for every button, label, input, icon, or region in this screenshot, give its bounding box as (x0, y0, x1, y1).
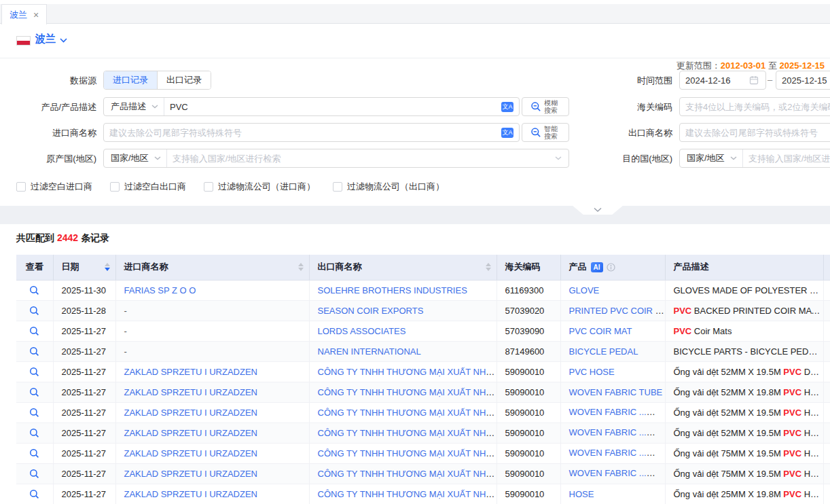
exporter-link[interactable]: NAREN INTERNATIONAL (318, 346, 421, 357)
checkbox-icon[interactable] (333, 182, 342, 192)
chevron-down-icon (594, 207, 602, 213)
importer-input[interactable] (104, 124, 496, 141)
hs-code-cell: 61169300 (497, 280, 560, 300)
exporter-link[interactable]: CÔNG TY TNHH THƯƠNG MẠI XUẤT NHẬP... (318, 489, 497, 499)
country-name[interactable]: 波兰 (35, 33, 56, 46)
view-record-button[interactable] (29, 285, 39, 295)
importer-link[interactable]: ZAKLAD SPRZETU I URZADZEN (124, 448, 257, 458)
checkbox-filter-blank-importer[interactable]: 过滤空白进口商 (16, 181, 92, 193)
hs-code-cell: 59090010 (497, 463, 560, 484)
table-row: 2025-11-27 ZAKLAD SPRZETU I URZADZEN CÔN… (16, 443, 830, 463)
product-cell: GLOVE (560, 280, 665, 300)
tab-poland[interactable]: 波兰 × (1, 4, 47, 24)
hs-code-cell: 59090010 (497, 422, 560, 443)
view-record-button[interactable] (29, 489, 39, 499)
product-link[interactable]: WOVEN FABRIC ... (569, 448, 655, 458)
importer-link[interactable]: ZAKLAD SPRZETU I URZADZEN (124, 408, 257, 418)
product-type-select[interactable]: 产品描述 (104, 98, 164, 115)
table-row: 2025-11-30 FARIAS SP Z O O SOLEHRE BROTH… (16, 280, 830, 300)
importer-link[interactable]: ZAKLAD SPRZETU I URZADZEN (124, 469, 257, 479)
product-link[interactable]: WOVEN FABRIC TUBE (569, 387, 663, 397)
importer-cell: ZAKLAD SPRZETU I URZADZEN (115, 484, 309, 504)
importer-link[interactable]: ZAKLAD SPRZETU I URZADZEN (124, 489, 257, 499)
column-header-date[interactable]: 日期 (53, 255, 115, 280)
importer-link[interactable]: ZAKLAD SPRZETU I URZADZEN (124, 387, 257, 397)
checkbox-filter-blank-exporter[interactable]: 过滤空白出口商 (110, 181, 186, 193)
translate-icon[interactable]: 文A (501, 128, 513, 138)
tab-import-records[interactable]: 进口记录 (104, 71, 157, 89)
exporter-cell: CÔNG TY TNHH THƯƠNG MẠI XUẤT NHẬP... (309, 382, 497, 402)
hs-code-input[interactable] (680, 98, 830, 115)
info-icon[interactable] (607, 263, 615, 272)
hs-code-cell: 87149600 (497, 341, 560, 361)
view-record-button[interactable] (29, 326, 39, 336)
sort-carets[interactable] (486, 263, 491, 271)
product-link[interactable]: WOVEN FABRIC ... (569, 468, 655, 478)
view-record-button[interactable] (29, 408, 39, 418)
product-link[interactable]: WOVEN FABRIC ... (569, 427, 655, 437)
checkbox-icon[interactable] (16, 182, 26, 192)
checkbox-filter-logistics-importer[interactable]: 过滤物流公司（进口商） (204, 181, 315, 193)
exporter-input[interactable] (680, 124, 830, 141)
sort-carets[interactable] (105, 263, 110, 271)
exporter-link[interactable]: CÔNG TY TNHH THƯƠNG MẠI XUẤT NHẬP... (318, 469, 497, 479)
translate-icon[interactable]: 文A (501, 102, 513, 112)
column-header-exporter[interactable]: 出口商名称 (309, 255, 497, 280)
chevron-down-icon[interactable] (60, 38, 67, 43)
checkbox-icon[interactable] (204, 182, 213, 192)
importer-link[interactable]: - (124, 326, 127, 336)
view-record-button[interactable] (29, 448, 39, 458)
date-end-input[interactable] (776, 71, 830, 89)
exporter-link[interactable]: CÔNG TY TNHH THƯƠNG MẠI XUẤT NHẬP... (318, 408, 497, 418)
exporter-link[interactable]: SEASON COIR EXPORTS (318, 306, 424, 316)
spacer-cell (823, 280, 830, 300)
checkbox-filter-logistics-exporter[interactable]: 过滤物流公司（出口商） (333, 181, 444, 193)
product-link[interactable]: HOSE (569, 489, 594, 499)
calendar-icon[interactable] (749, 75, 759, 85)
chevron-down-icon (730, 156, 737, 160)
importer-link[interactable]: - (124, 346, 127, 357)
exporter-link[interactable]: CÔNG TY TNHH THƯƠNG MẠI XUẤT NHẬP... (318, 387, 497, 397)
magnifier-icon (29, 285, 39, 295)
product-link[interactable]: PVC COIR MAT (569, 326, 632, 336)
importer-link[interactable]: FARIAS SP Z O O (124, 285, 196, 295)
view-record-button[interactable] (29, 428, 39, 438)
destination-country-select[interactable]: 国家/地区 (680, 149, 743, 167)
origin-country-select[interactable]: 国家/地区 (104, 149, 167, 167)
exporter-link[interactable]: SOLEHRE BROTHERS INDUSTRIES (318, 285, 467, 295)
importer-link[interactable]: ZAKLAD SPRZETU I URZADZEN (124, 367, 257, 377)
product-link[interactable]: PRINTED PVC COIR M... (569, 306, 666, 316)
filter-checkbox-row: 过滤空白进口商 过滤空白出口商 过滤物流公司（进口商） 过滤物流公司（出口商） (16, 180, 444, 194)
exporter-link[interactable]: CÔNG TY TNHH THƯƠNG MẠI XUẤT NHẬP... (318, 367, 497, 377)
product-link[interactable]: GLOVE (569, 285, 600, 295)
exporter-link[interactable]: CÔNG TY TNHH THƯƠNG MẠI XUẤT NHẬP... (318, 428, 497, 438)
checkbox-icon[interactable] (110, 182, 120, 192)
smart-search-button[interactable]: 智能搜索 (522, 123, 569, 142)
magnifier-icon (29, 326, 39, 336)
exporter-link[interactable]: CÔNG TY TNHH THƯƠNG MẠI XUẤT NHẬP... (318, 448, 497, 458)
collapse-form-handle[interactable] (572, 205, 624, 215)
product-link[interactable]: WOVEN FABRIC ... (569, 407, 655, 417)
origin-country-input[interactable] (167, 149, 555, 167)
product-input[interactable] (164, 98, 496, 115)
view-record-button[interactable] (29, 469, 39, 479)
product-link[interactable]: BICYCLE PEDAL (569, 346, 638, 357)
date-start-input[interactable] (680, 71, 749, 89)
product-cell: PVC HOSE (560, 361, 665, 382)
description-cell: GLOVES MADE OF POLYESTER PVC C... (665, 280, 823, 300)
view-record-button[interactable] (29, 367, 39, 377)
product-link[interactable]: PVC HOSE (569, 367, 615, 377)
view-record-button[interactable] (29, 387, 39, 397)
exporter-link[interactable]: LORDS ASSOCIATES (318, 326, 406, 336)
view-record-button[interactable] (29, 346, 39, 357)
importer-link[interactable]: - (124, 306, 127, 316)
fuzzy-search-button[interactable]: 模糊搜索 (522, 97, 569, 116)
column-header-importer[interactable]: 进口商名称 (115, 255, 309, 280)
close-icon[interactable]: × (33, 10, 39, 20)
destination-country-input[interactable] (743, 149, 830, 167)
importer-link[interactable]: ZAKLAD SPRZETU I URZADZEN (124, 428, 257, 438)
tab-export-records[interactable]: 出口记录 (157, 71, 211, 89)
chevron-down-icon[interactable] (555, 156, 562, 160)
sort-carets[interactable] (298, 263, 304, 271)
view-record-button[interactable] (29, 306, 39, 316)
